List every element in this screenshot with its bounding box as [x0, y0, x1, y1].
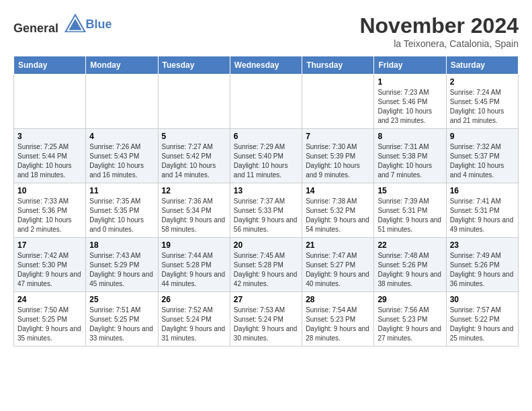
table-row: 19Sunrise: 7:44 AM Sunset: 5:28 PM Dayli…	[158, 238, 230, 292]
table-row: 17Sunrise: 7:42 AM Sunset: 5:30 PM Dayli…	[14, 238, 86, 292]
day-info: Sunrise: 7:29 AM Sunset: 5:40 PM Dayligh…	[234, 142, 298, 180]
logo-blue-text: Blue	[86, 17, 112, 31]
day-info: Sunrise: 7:27 AM Sunset: 5:42 PM Dayligh…	[162, 142, 226, 180]
day-info: Sunrise: 7:41 AM Sunset: 5:31 PM Dayligh…	[450, 197, 515, 234]
calendar-week-row: 10Sunrise: 7:33 AM Sunset: 5:36 PM Dayli…	[14, 183, 519, 238]
day-number: 5	[162, 132, 226, 141]
calendar-table: Sunday Monday Tuesday Wednesday Thursday…	[13, 56, 519, 347]
day-info: Sunrise: 7:48 AM Sunset: 5:26 PM Dayligh…	[378, 251, 442, 289]
table-row: 14Sunrise: 7:38 AM Sunset: 5:32 PM Dayli…	[302, 183, 374, 238]
day-info: Sunrise: 7:37 AM Sunset: 5:33 PM Dayligh…	[234, 197, 298, 234]
day-number: 20	[234, 240, 298, 250]
day-number: 28	[306, 295, 370, 304]
day-info: Sunrise: 7:36 AM Sunset: 5:34 PM Dayligh…	[162, 197, 226, 234]
day-info: Sunrise: 7:25 AM Sunset: 5:44 PM Dayligh…	[17, 142, 82, 180]
logo-icon	[64, 13, 86, 32]
day-number: 4	[89, 132, 154, 141]
day-number: 8	[378, 132, 442, 141]
table-row: 12Sunrise: 7:36 AM Sunset: 5:34 PM Dayli…	[158, 183, 230, 238]
location-subtitle: la Teixonera, Catalonia, Spain	[359, 38, 519, 49]
calendar-week-row: 24Sunrise: 7:50 AM Sunset: 5:25 PM Dayli…	[14, 292, 519, 347]
day-number: 11	[89, 186, 154, 195]
day-info: Sunrise: 7:39 AM Sunset: 5:31 PM Dayligh…	[378, 197, 442, 234]
day-number: 7	[306, 132, 370, 141]
day-number: 29	[378, 295, 442, 304]
header-monday: Monday	[86, 56, 158, 75]
table-row: 8Sunrise: 7:31 AM Sunset: 5:38 PM Daylig…	[374, 129, 446, 183]
day-number: 30	[450, 295, 515, 304]
table-row	[230, 75, 302, 129]
table-row: 23Sunrise: 7:49 AM Sunset: 5:26 PM Dayli…	[446, 238, 518, 292]
table-row: 2Sunrise: 7:24 AM Sunset: 5:45 PM Daylig…	[446, 75, 518, 129]
table-row	[158, 75, 230, 129]
header-wednesday: Wednesday	[230, 56, 302, 75]
header-tuesday: Tuesday	[158, 56, 230, 75]
table-row: 3Sunrise: 7:25 AM Sunset: 5:44 PM Daylig…	[14, 129, 86, 183]
calendar-week-row: 3Sunrise: 7:25 AM Sunset: 5:44 PM Daylig…	[14, 129, 519, 183]
header-thursday: Thursday	[302, 56, 374, 75]
header-friday: Friday	[374, 56, 446, 75]
day-info: Sunrise: 7:43 AM Sunset: 5:29 PM Dayligh…	[89, 251, 154, 289]
table-row: 10Sunrise: 7:33 AM Sunset: 5:36 PM Dayli…	[14, 183, 86, 238]
day-number: 1	[378, 77, 442, 87]
day-info: Sunrise: 7:32 AM Sunset: 5:37 PM Dayligh…	[450, 142, 515, 180]
table-row: 21Sunrise: 7:47 AM Sunset: 5:27 PM Dayli…	[302, 238, 374, 292]
day-info: Sunrise: 7:50 AM Sunset: 5:25 PM Dayligh…	[17, 306, 82, 343]
day-info: Sunrise: 7:45 AM Sunset: 5:28 PM Dayligh…	[234, 251, 298, 289]
day-number: 12	[162, 186, 226, 195]
day-info: Sunrise: 7:56 AM Sunset: 5:23 PM Dayligh…	[378, 306, 442, 343]
day-number: 25	[89, 295, 154, 304]
logo: General Blue	[13, 13, 112, 36]
table-row: 1Sunrise: 7:23 AM Sunset: 5:46 PM Daylig…	[374, 75, 446, 129]
table-row: 27Sunrise: 7:53 AM Sunset: 5:24 PM Dayli…	[230, 292, 302, 347]
table-row: 16Sunrise: 7:41 AM Sunset: 5:31 PM Dayli…	[446, 183, 518, 238]
day-info: Sunrise: 7:31 AM Sunset: 5:38 PM Dayligh…	[378, 142, 442, 180]
table-row: 26Sunrise: 7:52 AM Sunset: 5:24 PM Dayli…	[158, 292, 230, 347]
day-number: 19	[162, 240, 226, 250]
day-number: 15	[378, 186, 442, 195]
calendar-week-row: 1Sunrise: 7:23 AM Sunset: 5:46 PM Daylig…	[14, 75, 519, 129]
table-row: 5Sunrise: 7:27 AM Sunset: 5:42 PM Daylig…	[158, 129, 230, 183]
day-number: 13	[234, 186, 298, 195]
day-number: 23	[450, 240, 515, 250]
day-info: Sunrise: 7:42 AM Sunset: 5:30 PM Dayligh…	[17, 251, 82, 289]
day-number: 16	[450, 186, 515, 195]
day-info: Sunrise: 7:47 AM Sunset: 5:27 PM Dayligh…	[306, 251, 370, 289]
month-title: November 2024	[359, 13, 519, 38]
day-number: 22	[378, 240, 442, 250]
table-row: 20Sunrise: 7:45 AM Sunset: 5:28 PM Dayli…	[230, 238, 302, 292]
table-row	[86, 75, 158, 129]
table-row: 9Sunrise: 7:32 AM Sunset: 5:37 PM Daylig…	[446, 129, 518, 183]
table-row: 13Sunrise: 7:37 AM Sunset: 5:33 PM Dayli…	[230, 183, 302, 238]
table-row	[14, 75, 86, 129]
day-number: 24	[17, 295, 82, 304]
table-row: 6Sunrise: 7:29 AM Sunset: 5:40 PM Daylig…	[230, 129, 302, 183]
day-info: Sunrise: 7:26 AM Sunset: 5:43 PM Dayligh…	[89, 142, 154, 180]
header-sunday: Sunday	[14, 56, 86, 75]
day-info: Sunrise: 7:51 AM Sunset: 5:25 PM Dayligh…	[89, 306, 154, 343]
title-area: November 2024 la Teixonera, Catalonia, S…	[359, 13, 519, 49]
day-number: 2	[450, 77, 515, 87]
day-number: 9	[450, 132, 515, 141]
day-info: Sunrise: 7:52 AM Sunset: 5:24 PM Dayligh…	[162, 306, 226, 343]
header-saturday: Saturday	[446, 56, 518, 75]
table-row: 25Sunrise: 7:51 AM Sunset: 5:25 PM Dayli…	[86, 292, 158, 347]
table-row: 7Sunrise: 7:30 AM Sunset: 5:39 PM Daylig…	[302, 129, 374, 183]
table-row: 4Sunrise: 7:26 AM Sunset: 5:43 PM Daylig…	[86, 129, 158, 183]
weekday-header-row: Sunday Monday Tuesday Wednesday Thursday…	[14, 56, 519, 75]
table-row: 28Sunrise: 7:54 AM Sunset: 5:23 PM Dayli…	[302, 292, 374, 347]
day-info: Sunrise: 7:30 AM Sunset: 5:39 PM Dayligh…	[306, 142, 370, 180]
day-number: 10	[17, 186, 82, 195]
table-row: 18Sunrise: 7:43 AM Sunset: 5:29 PM Dayli…	[86, 238, 158, 292]
table-row: 29Sunrise: 7:56 AM Sunset: 5:23 PM Dayli…	[374, 292, 446, 347]
logo-general-text: General	[13, 21, 58, 35]
table-row: 30Sunrise: 7:57 AM Sunset: 5:22 PM Dayli…	[446, 292, 518, 347]
table-row	[302, 75, 374, 129]
table-row: 24Sunrise: 7:50 AM Sunset: 5:25 PM Dayli…	[14, 292, 86, 347]
table-row: 15Sunrise: 7:39 AM Sunset: 5:31 PM Dayli…	[374, 183, 446, 238]
day-number: 3	[17, 132, 82, 141]
page-header: General Blue November 2024 la Teixonera,…	[13, 13, 519, 49]
day-info: Sunrise: 7:23 AM Sunset: 5:46 PM Dayligh…	[378, 88, 442, 126]
day-info: Sunrise: 7:53 AM Sunset: 5:24 PM Dayligh…	[234, 306, 298, 343]
day-number: 6	[234, 132, 298, 141]
